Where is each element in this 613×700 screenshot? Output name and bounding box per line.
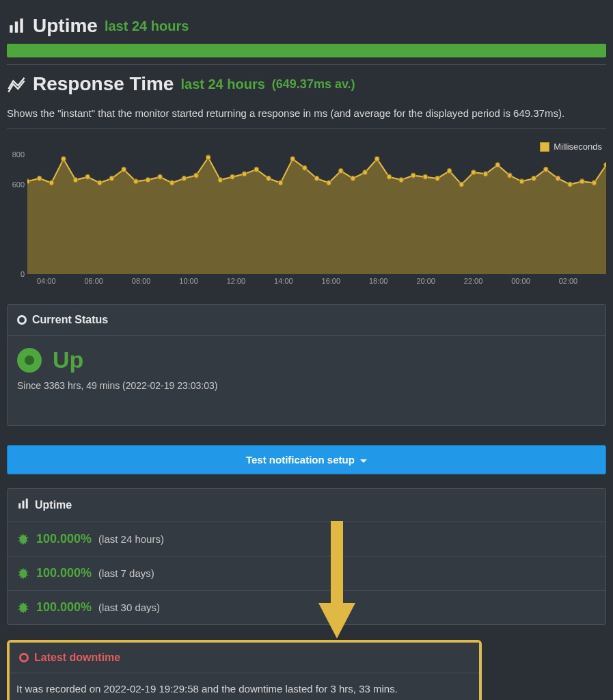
- divider: [7, 129, 606, 129]
- svg-point-41: [483, 172, 487, 176]
- svg-point-44: [519, 179, 523, 184]
- svg-point-16: [182, 176, 186, 181]
- svg-point-20: [230, 174, 234, 179]
- status-icon: [17, 315, 27, 325]
- svg-rect-53: [23, 501, 25, 509]
- svg-point-32: [375, 157, 379, 161]
- response-avg: (649.37ms av.): [272, 77, 355, 92]
- legend-label: Milliseconds: [554, 142, 602, 152]
- svg-point-19: [218, 178, 222, 183]
- response-subtitle: last 24 hours: [180, 77, 264, 92]
- svg-point-43: [508, 173, 512, 178]
- svg-point-11: [122, 167, 126, 172]
- svg-point-9: [98, 180, 102, 185]
- uptime-row: 100.000%(last 30 days): [8, 590, 605, 624]
- current-status-title: Current Status: [32, 314, 108, 326]
- svg-point-31: [363, 170, 367, 175]
- down-icon: [19, 653, 29, 662]
- uptime-panel-header: Uptime: [8, 489, 605, 522]
- chevron-down-icon: [360, 459, 367, 463]
- test-notification-button[interactable]: Test notification setup: [7, 445, 606, 474]
- svg-rect-54: [26, 499, 28, 509]
- current-status-header: Current Status: [8, 305, 605, 336]
- chart-svg: [27, 154, 606, 274]
- uptime-range: (last 30 days): [98, 602, 160, 613]
- svg-point-26: [303, 165, 307, 170]
- svg-point-30: [351, 176, 355, 181]
- svg-point-22: [254, 167, 258, 172]
- legend-swatch: [540, 142, 549, 152]
- burst-icon: [17, 602, 29, 614]
- svg-point-24: [278, 180, 282, 185]
- svg-point-15: [170, 180, 174, 185]
- svg-rect-52: [18, 503, 21, 509]
- svg-point-17: [194, 173, 198, 178]
- uptime-pct: 100.000%: [36, 566, 92, 580]
- latest-downtime-highlight: Latest downtime It was recorded on 2022-…: [7, 640, 482, 700]
- svg-point-28: [327, 180, 331, 185]
- uptime-pct: 100.000%: [36, 600, 92, 615]
- response-title: Response Time: [33, 73, 174, 95]
- svg-point-5: [49, 180, 53, 185]
- uptime-panel-title: Uptime: [35, 499, 72, 511]
- svg-point-49: [580, 179, 584, 184]
- svg-point-14: [158, 174, 162, 179]
- y-axis-labels: 0600800: [8, 154, 27, 274]
- svg-point-39: [459, 182, 463, 187]
- svg-point-25: [290, 157, 295, 161]
- svg-point-33: [387, 174, 391, 179]
- response-section-header: Response Time last 24 hours (649.37ms av…: [7, 73, 606, 95]
- latest-downtime-header: Latest downtime: [10, 643, 479, 673]
- svg-point-21: [242, 172, 246, 176]
- svg-point-7: [73, 178, 77, 183]
- svg-point-4: [37, 176, 41, 181]
- response-chart: Milliseconds 0600800 04:0006:0008:0010:0…: [7, 136, 606, 291]
- svg-point-13: [146, 178, 150, 183]
- svg-marker-55: [18, 533, 29, 545]
- svg-point-12: [134, 179, 138, 184]
- uptime-bar: [7, 44, 606, 57]
- burst-icon: [17, 567, 29, 580]
- svg-point-3: [27, 179, 29, 184]
- response-description: Shows the "instant" that the monitor sta…: [7, 107, 606, 119]
- chart-legend: Milliseconds: [27, 142, 606, 152]
- svg-point-36: [423, 174, 427, 179]
- status-since: Since 3363 hrs, 49 mins (2022-02-19 23:0…: [17, 380, 596, 391]
- trend-icon: [7, 75, 26, 94]
- uptime-row: 100.000%(last 24 hours): [8, 522, 605, 556]
- test-button-label: Test notification setup: [246, 454, 355, 466]
- svg-marker-56: [18, 567, 29, 579]
- svg-point-10: [109, 176, 113, 181]
- svg-point-51: [604, 163, 606, 167]
- uptime-panel: Uptime 100.000%(last 24 hours)100.000%(l…: [7, 488, 606, 625]
- svg-point-27: [314, 176, 318, 181]
- svg-point-34: [399, 178, 403, 183]
- svg-point-45: [532, 176, 536, 181]
- uptime-title: Uptime: [33, 15, 98, 37]
- svg-point-42: [495, 163, 500, 167]
- bar-chart-icon: [7, 16, 26, 36]
- svg-point-46: [544, 167, 548, 172]
- svg-point-23: [267, 176, 271, 181]
- svg-point-6: [62, 157, 66, 161]
- svg-point-47: [556, 176, 560, 181]
- svg-point-37: [435, 176, 439, 181]
- uptime-row: 100.000%(last 7 days): [8, 556, 605, 590]
- burst-icon: [17, 533, 29, 546]
- svg-point-35: [411, 173, 415, 178]
- uptime-subtitle: last 24 hours: [105, 18, 189, 34]
- svg-rect-0: [10, 25, 12, 33]
- bar-chart-icon: [17, 498, 29, 513]
- latest-downtime-text: It was recorded on 2022-02-19 19:29:58 a…: [10, 673, 479, 700]
- svg-point-29: [339, 169, 343, 174]
- svg-point-48: [568, 182, 572, 187]
- latest-downtime-title: Latest downtime: [34, 651, 120, 664]
- svg-point-38: [447, 169, 451, 174]
- svg-point-18: [206, 155, 210, 160]
- svg-rect-2: [20, 18, 23, 33]
- uptime-range: (last 24 hours): [98, 533, 164, 545]
- uptime-pct: 100.000%: [36, 532, 92, 546]
- up-dot-icon: [17, 348, 42, 373]
- svg-point-8: [85, 174, 90, 179]
- uptime-range: (last 7 days): [98, 567, 154, 579]
